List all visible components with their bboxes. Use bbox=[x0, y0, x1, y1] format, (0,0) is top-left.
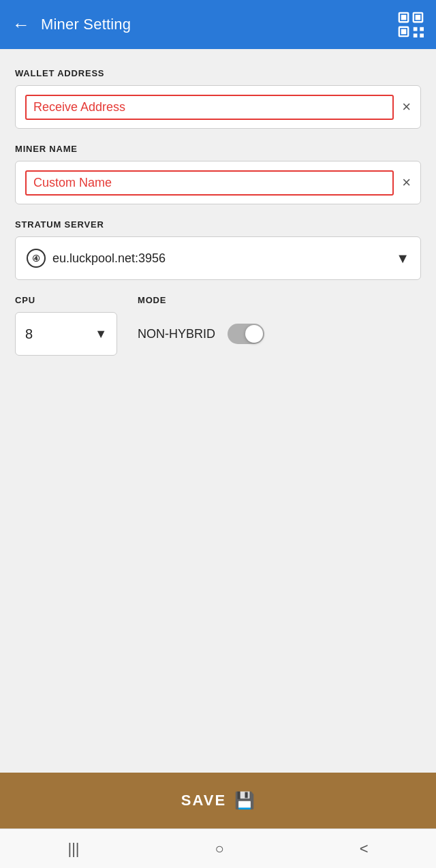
top-bar: ← Miner Setting bbox=[0, 0, 436, 49]
bottom-nav: ||| ○ < bbox=[0, 828, 436, 868]
wallet-address-input[interactable] bbox=[25, 95, 394, 120]
mode-block: MODE NON-HYBRID bbox=[138, 295, 264, 356]
cpu-dropdown[interactable]: 8 ▼ bbox=[15, 312, 117, 356]
mode-inner: NON-HYBRID bbox=[138, 312, 264, 356]
save-label: SAVE bbox=[181, 792, 226, 809]
svg-rect-8 bbox=[414, 33, 418, 37]
stratum-circle-num: ④ bbox=[27, 249, 46, 268]
page-title: Miner Setting bbox=[41, 16, 398, 33]
mode-label: MODE bbox=[138, 295, 264, 305]
cpu-block: CPU 8 ▼ bbox=[15, 295, 117, 356]
cpu-dropdown-arrow-icon: ▼ bbox=[95, 327, 107, 341]
mode-value: NON-HYBRID bbox=[138, 327, 215, 341]
back-button[interactable]: ← bbox=[12, 16, 30, 33]
svg-rect-1 bbox=[401, 15, 407, 20]
svg-rect-3 bbox=[416, 15, 421, 20]
stratum-dropdown-arrow-icon: ▼ bbox=[396, 251, 409, 266]
cpu-mode-row: CPU 8 ▼ MODE NON-HYBRID bbox=[15, 295, 421, 356]
save-icon: 💾 bbox=[234, 791, 255, 810]
miner-name-clear-button[interactable]: × bbox=[402, 175, 411, 190]
nav-menu-icon[interactable]: ||| bbox=[67, 840, 79, 858]
miner-name-label: MINER NAME bbox=[15, 144, 421, 154]
svg-rect-5 bbox=[401, 29, 407, 35]
toggle-knob bbox=[245, 325, 263, 343]
stratum-server-value: eu.luckpool.net:3956 bbox=[52, 251, 390, 266]
save-button[interactable]: SAVE 💾 bbox=[0, 773, 436, 828]
miner-name-input[interactable] bbox=[25, 170, 394, 196]
nav-home-icon[interactable]: ○ bbox=[215, 840, 223, 858]
qr-icon[interactable] bbox=[398, 12, 424, 37]
content-area: WALLET ADDRESS × MINER NAME × STRATUM SE… bbox=[0, 49, 436, 571]
stratum-server-dropdown[interactable]: ④ eu.luckpool.net:3956 ▼ bbox=[15, 236, 421, 280]
mode-toggle[interactable] bbox=[228, 324, 264, 344]
cpu-label: CPU bbox=[15, 295, 117, 305]
wallet-address-clear-button[interactable]: × bbox=[402, 99, 411, 114]
wallet-address-row: × bbox=[15, 85, 421, 129]
svg-rect-9 bbox=[420, 33, 424, 37]
wallet-address-label: WALLET ADDRESS bbox=[15, 68, 421, 78]
miner-name-row: × bbox=[15, 161, 421, 204]
nav-back-icon[interactable]: < bbox=[360, 840, 369, 858]
svg-rect-6 bbox=[414, 27, 418, 31]
svg-rect-7 bbox=[420, 27, 424, 31]
cpu-value: 8 bbox=[25, 326, 95, 342]
stratum-server-label: STRATUM SERVER bbox=[15, 219, 421, 230]
